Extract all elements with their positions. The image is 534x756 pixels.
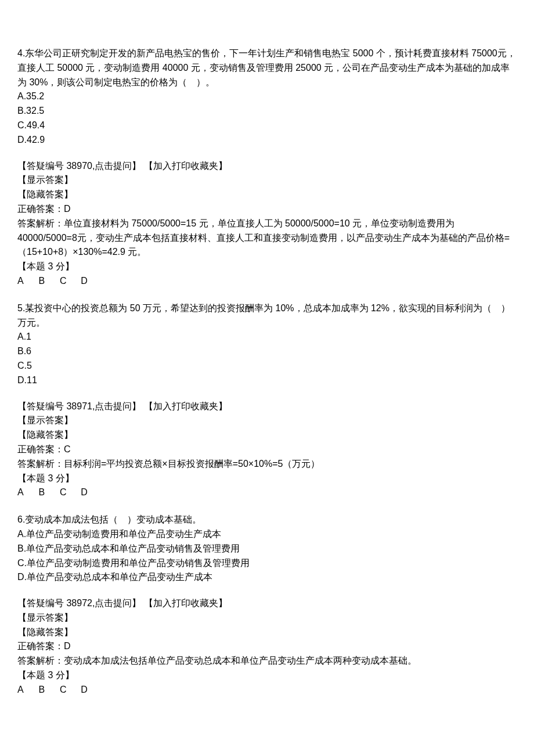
option-d[interactable]: D.单位产品变动总成本和单位产品变动生产成本 bbox=[17, 570, 517, 585]
show-answer-link[interactable]: 【显示答案】 bbox=[17, 413, 517, 428]
hide-answer-link[interactable]: 【隐藏答案】 bbox=[17, 428, 517, 442]
choice-b[interactable]: B bbox=[38, 274, 57, 289]
show-answer-link[interactable]: 【显示答案】 bbox=[17, 611, 517, 625]
hide-answer-link[interactable]: 【隐藏答案】 bbox=[17, 188, 517, 202]
question-4: 4.东华公司正研究制定开发的新产品电热宝的售价，下一年计划生产和销售电热宝 50… bbox=[17, 46, 517, 289]
option-c[interactable]: C.49.4 bbox=[17, 118, 517, 133]
choice-d[interactable]: D bbox=[81, 274, 99, 289]
choice-a[interactable]: A bbox=[17, 274, 36, 289]
answer-choice-row: A B C D bbox=[17, 485, 517, 500]
question-stem: 5.某投资中心的投资总额为 50 万元，希望达到的投资报酬率为 10%，总成本加… bbox=[17, 301, 517, 330]
option-c[interactable]: C.单位产品变动制造费用和单位产品变动销售及管理费用 bbox=[17, 556, 517, 571]
choice-b[interactable]: B bbox=[38, 683, 57, 697]
option-b[interactable]: B.32.5 bbox=[17, 104, 517, 118]
ask-favorite-line[interactable]: 【答疑编号 38971,点击提问】 【加入打印收藏夹】 bbox=[17, 399, 517, 414]
choice-a[interactable]: A bbox=[17, 683, 36, 697]
option-a[interactable]: A.1 bbox=[17, 330, 517, 344]
hide-answer-link[interactable]: 【隐藏答案】 bbox=[17, 625, 517, 640]
choice-c[interactable]: C bbox=[60, 485, 78, 500]
option-c[interactable]: C.5 bbox=[17, 359, 517, 373]
answer-explanation: 答案解析：目标利润=平均投资总额×目标投资报酬率=50×10%=5（万元） bbox=[17, 457, 517, 471]
correct-answer: 正确答案：C bbox=[17, 442, 517, 457]
choice-d[interactable]: D bbox=[81, 683, 99, 697]
ask-favorite-line[interactable]: 【答疑编号 38970,点击提问】 【加入打印收藏夹】 bbox=[17, 159, 517, 174]
correct-answer: 正确答案：D bbox=[17, 639, 517, 654]
option-a[interactable]: A.单位产品变动制造费用和单位产品变动生产成本 bbox=[17, 527, 517, 542]
question-5: 5.某投资中心的投资总额为 50 万元，希望达到的投资报酬率为 10%，总成本加… bbox=[17, 301, 517, 500]
ask-favorite-line[interactable]: 【答疑编号 38972,点击提问】 【加入打印收藏夹】 bbox=[17, 596, 517, 611]
question-score: 【本题 3 分】 bbox=[17, 260, 517, 274]
choice-c[interactable]: C bbox=[60, 274, 78, 289]
option-d[interactable]: D.42.9 bbox=[17, 133, 517, 147]
answer-explanation: 答案解析：变动成本加成法包括单位产品变动总成本和单位产品变动生产成本两种变动成本… bbox=[17, 654, 517, 668]
question-stem: 4.东华公司正研究制定开发的新产品电热宝的售价，下一年计划生产和销售电热宝 50… bbox=[17, 46, 517, 89]
option-b[interactable]: B.6 bbox=[17, 344, 517, 359]
answer-explanation: 答案解析：单位直接材料为 75000/5000=15 元，单位直接人工为 500… bbox=[17, 217, 517, 260]
choice-c[interactable]: C bbox=[60, 683, 78, 697]
answer-choice-row: A B C D bbox=[17, 274, 517, 289]
question-stem: 6.变动成本加成法包括（ ）变动成本基础。 bbox=[17, 513, 517, 527]
option-b[interactable]: B.单位产品变动总成本和单位产品变动销售及管理费用 bbox=[17, 542, 517, 556]
question-6: 6.变动成本加成法包括（ ）变动成本基础。 A.单位产品变动制造费用和单位产品变… bbox=[17, 513, 517, 697]
correct-answer: 正确答案：D bbox=[17, 202, 517, 217]
show-answer-link[interactable]: 【显示答案】 bbox=[17, 173, 517, 188]
choice-d[interactable]: D bbox=[81, 485, 99, 500]
question-score: 【本题 3 分】 bbox=[17, 471, 517, 486]
choice-a[interactable]: A bbox=[17, 485, 36, 500]
question-score: 【本题 3 分】 bbox=[17, 668, 517, 683]
choice-b[interactable]: B bbox=[38, 485, 57, 500]
answer-choice-row: A B C D bbox=[17, 683, 517, 697]
option-a[interactable]: A.35.2 bbox=[17, 89, 517, 104]
option-d[interactable]: D.11 bbox=[17, 373, 517, 388]
